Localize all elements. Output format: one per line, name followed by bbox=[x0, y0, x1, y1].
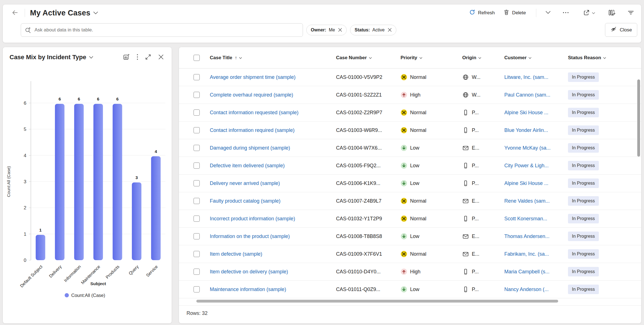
case-title-link[interactable]: Damaged during shipment (sample) bbox=[210, 145, 290, 151]
customer-link[interactable]: Yvonne McKay (sa... bbox=[504, 145, 551, 151]
row-checkbox[interactable] bbox=[194, 198, 200, 204]
svg-text:6: 6 bbox=[24, 100, 26, 106]
select-all-checkbox[interactable] bbox=[194, 55, 200, 61]
origin-label: P... bbox=[472, 110, 479, 116]
view-selector-chevron-icon[interactable] bbox=[93, 11, 98, 15]
customer-link[interactable]: Alpine Ski House ... bbox=[504, 180, 548, 186]
case-title-link[interactable]: Complete overhaul required (sample) bbox=[210, 92, 293, 98]
table-row: Contact information required (sample)CAS… bbox=[179, 122, 641, 139]
filter-chip-status[interactable]: Status: Active bbox=[350, 25, 396, 35]
case-title-link[interactable]: Faulty product catalog (sample) bbox=[210, 198, 280, 204]
customer-link[interactable]: Alpine Ski House ... bbox=[504, 110, 548, 116]
case-title-link[interactable]: Item defective on delivery (sample) bbox=[210, 269, 288, 275]
case-title-link[interactable]: Delivery never arrived (sample) bbox=[210, 180, 280, 186]
edit-columns-button[interactable] bbox=[606, 7, 617, 19]
customer-link[interactable]: Rene Valdes (sam... bbox=[504, 198, 550, 204]
ai-search-input[interactable] bbox=[21, 23, 303, 37]
chart-more-button[interactable] bbox=[135, 52, 140, 63]
column-label: Case Title bbox=[210, 55, 232, 61]
customer-link[interactable]: Paul Cannon (sam... bbox=[504, 92, 550, 98]
row-checkbox[interactable] bbox=[194, 92, 200, 98]
svg-text:4: 4 bbox=[155, 149, 157, 154]
case-title-link[interactable]: Item defective (sample) bbox=[210, 251, 262, 257]
chart-close-button[interactable] bbox=[157, 52, 165, 62]
filter-button[interactable] bbox=[625, 8, 636, 19]
refresh-label: Refresh bbox=[478, 10, 495, 16]
column-header-case-title[interactable]: Case Title ↑ bbox=[210, 55, 336, 61]
priority-label: High bbox=[410, 269, 420, 275]
table-body: Average order shipment time (sample)CAS-… bbox=[179, 68, 641, 298]
svg-text:0: 0 bbox=[24, 258, 26, 263]
row-checkbox[interactable] bbox=[194, 145, 200, 151]
customer-link[interactable]: Thomas Andersen... bbox=[504, 234, 549, 239]
svg-text:Service: Service bbox=[145, 264, 159, 278]
customer-link[interactable]: Maria Campbell (s... bbox=[504, 269, 549, 275]
chart-sparkle-icon bbox=[123, 53, 130, 61]
case-title-link[interactable]: Defective item delivered (sample) bbox=[210, 163, 285, 169]
customer-link[interactable]: Blue Yonder Airlin... bbox=[504, 127, 548, 133]
overflow-menu-button[interactable] bbox=[560, 8, 571, 19]
priority-normal-icon bbox=[401, 215, 407, 222]
vertical-scrollbar bbox=[637, 69, 640, 298]
case-title-link[interactable]: Average order shipment time (sample) bbox=[210, 74, 296, 80]
chart-title: Case Mix by Incident Type bbox=[10, 54, 86, 61]
status-badge: In Progress bbox=[568, 232, 599, 241]
case-title-link[interactable]: Contact information required (sample) bbox=[210, 127, 295, 133]
chevron-down-icon bbox=[545, 11, 551, 15]
row-checkbox[interactable] bbox=[194, 180, 200, 186]
close-icon bbox=[158, 54, 164, 61]
table-row: Average order shipment time (sample)CAS-… bbox=[179, 68, 641, 86]
column-header-status-reason[interactable]: Status Reason bbox=[568, 55, 641, 61]
customer-link[interactable]: Nancy Anderson (... bbox=[504, 287, 549, 292]
chip-close-icon[interactable] bbox=[338, 28, 342, 32]
more-commands-chevron-button[interactable] bbox=[544, 9, 553, 17]
customer-link[interactable]: Scott Konersman... bbox=[504, 216, 547, 222]
column-header-origin[interactable]: Origin bbox=[462, 55, 504, 61]
row-checkbox[interactable] bbox=[194, 74, 200, 80]
back-arrow-icon bbox=[11, 9, 19, 17]
svg-text:Query: Query bbox=[128, 264, 139, 276]
footer-divider bbox=[179, 305, 641, 306]
delete-button[interactable]: Delete bbox=[500, 7, 529, 19]
case-title-link[interactable]: Information on the product (sample) bbox=[210, 234, 290, 239]
case-number: CAS-01000-V5V9P2 bbox=[336, 74, 401, 80]
row-checkbox[interactable] bbox=[194, 162, 200, 169]
close-search-button[interactable]: Close bbox=[605, 23, 637, 37]
chart-panel: Case Mix by Incident Type 0123456Count:A… bbox=[3, 47, 172, 323]
chart-expand-button[interactable] bbox=[144, 52, 153, 62]
row-checkbox[interactable] bbox=[194, 109, 200, 116]
horizontal-scrollbar-thumb[interactable] bbox=[196, 300, 558, 303]
customer-link[interactable]: Fabrikam, Inc. (sa... bbox=[504, 251, 549, 257]
customer-link[interactable]: City Power & Ligh... bbox=[504, 163, 549, 169]
case-title-link[interactable]: Contact information requested (sample) bbox=[210, 110, 298, 116]
case-number: CAS-01008-T8B8S8 bbox=[336, 234, 401, 239]
customer-link[interactable]: Litware, Inc. (sam... bbox=[504, 74, 548, 80]
vertical-scrollbar-thumb[interactable] bbox=[637, 79, 640, 157]
chip-close-icon[interactable] bbox=[388, 28, 392, 32]
share-button[interactable] bbox=[581, 7, 597, 19]
origin-label: E... bbox=[472, 251, 479, 257]
column-header-customer[interactable]: Customer bbox=[504, 55, 568, 61]
case-title-link[interactable]: Maintenance information (sample) bbox=[210, 287, 286, 292]
case-title-link[interactable]: Incorrect product information (sample) bbox=[210, 216, 295, 222]
filter-chip-owner[interactable]: Owner: Me bbox=[306, 25, 347, 35]
column-header-priority[interactable]: Priority bbox=[401, 55, 462, 61]
chip-value: Active bbox=[372, 28, 385, 33]
chip-label: Owner: bbox=[311, 28, 326, 33]
column-header-case-number[interactable]: Case Number bbox=[336, 55, 401, 61]
row-checkbox[interactable] bbox=[194, 286, 200, 292]
back-button[interactable] bbox=[10, 7, 20, 19]
svg-text:3: 3 bbox=[135, 175, 138, 180]
chart-copilot-button[interactable] bbox=[122, 52, 131, 63]
chart-selector-chevron-icon[interactable] bbox=[89, 56, 93, 59]
svg-text:1: 1 bbox=[39, 228, 42, 232]
row-checkbox[interactable] bbox=[194, 127, 200, 133]
svg-text:Count:All (Case): Count:All (Case) bbox=[6, 166, 11, 197]
refresh-button[interactable]: Refresh bbox=[466, 7, 498, 19]
row-checkbox[interactable] bbox=[194, 269, 200, 275]
origin-label: P... bbox=[472, 269, 479, 275]
row-checkbox[interactable] bbox=[194, 216, 200, 222]
origin-label: E... bbox=[472, 198, 479, 204]
row-checkbox[interactable] bbox=[194, 233, 200, 239]
row-checkbox[interactable] bbox=[194, 251, 200, 257]
